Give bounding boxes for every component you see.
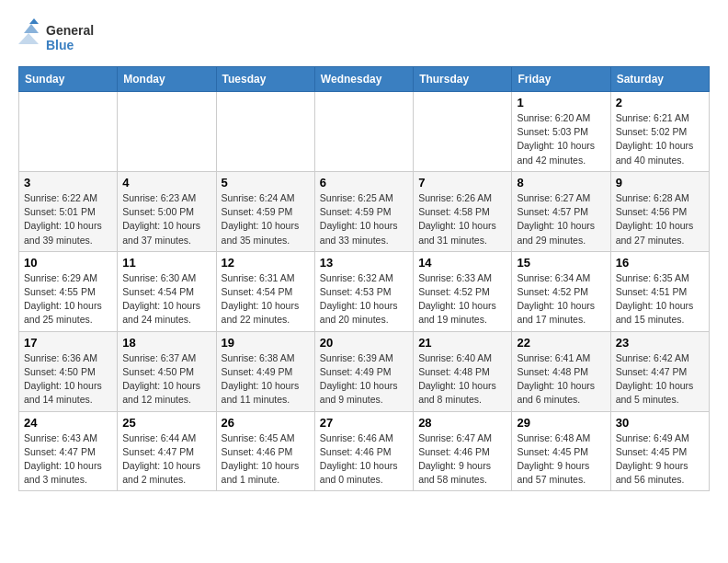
logo: General Blue bbox=[18, 18, 119, 57]
calendar-cell: 25Sunrise: 6:44 AM Sunset: 4:47 PM Dayli… bbox=[118, 411, 216, 491]
day-info: Sunrise: 6:43 AM Sunset: 4:47 PM Dayligh… bbox=[24, 431, 112, 488]
calendar-cell: 18Sunrise: 6:37 AM Sunset: 4:50 PM Dayli… bbox=[118, 331, 216, 411]
calendar-cell: 6Sunrise: 6:25 AM Sunset: 4:59 PM Daylig… bbox=[314, 171, 413, 251]
day-info: Sunrise: 6:34 AM Sunset: 4:52 PM Dayligh… bbox=[517, 271, 605, 327]
day-info: Sunrise: 6:37 AM Sunset: 4:50 PM Dayligh… bbox=[122, 351, 210, 408]
day-info: Sunrise: 6:29 AM Sunset: 4:55 PM Dayligh… bbox=[24, 271, 112, 327]
calendar-cell: 11Sunrise: 6:30 AM Sunset: 4:54 PM Dayli… bbox=[118, 251, 216, 331]
calendar-cell: 22Sunrise: 6:41 AM Sunset: 4:48 PM Dayli… bbox=[512, 331, 610, 411]
calendar-cell: 9Sunrise: 6:28 AM Sunset: 4:56 PM Daylig… bbox=[610, 171, 709, 251]
calendar-cell: 26Sunrise: 6:45 AM Sunset: 4:46 PM Dayli… bbox=[216, 411, 314, 491]
calendar-week-row: 3Sunrise: 6:22 AM Sunset: 5:01 PM Daylig… bbox=[19, 171, 710, 251]
calendar-cell: 3Sunrise: 6:22 AM Sunset: 5:01 PM Daylig… bbox=[19, 171, 118, 251]
day-number: 29 bbox=[517, 416, 605, 430]
day-number: 11 bbox=[122, 256, 210, 270]
day-number: 4 bbox=[122, 176, 210, 190]
day-info: Sunrise: 6:36 AM Sunset: 4:50 PM Dayligh… bbox=[24, 351, 112, 408]
day-info: Sunrise: 6:39 AM Sunset: 4:49 PM Dayligh… bbox=[320, 351, 408, 408]
day-info: Sunrise: 6:23 AM Sunset: 5:00 PM Dayligh… bbox=[122, 191, 210, 247]
day-info: Sunrise: 6:46 AM Sunset: 4:46 PM Dayligh… bbox=[320, 431, 408, 488]
day-number: 25 bbox=[122, 416, 210, 430]
day-number: 24 bbox=[24, 416, 112, 430]
calendar-cell: 10Sunrise: 6:29 AM Sunset: 4:55 PM Dayli… bbox=[19, 251, 118, 331]
logo-svg: General Blue bbox=[18, 18, 119, 57]
day-number: 13 bbox=[320, 256, 408, 270]
calendar-cell: 1Sunrise: 6:20 AM Sunset: 5:03 PM Daylig… bbox=[512, 92, 610, 172]
calendar-cell: 13Sunrise: 6:32 AM Sunset: 4:53 PM Dayli… bbox=[314, 251, 413, 331]
day-info: Sunrise: 6:45 AM Sunset: 4:46 PM Dayligh… bbox=[222, 431, 310, 488]
calendar-cell: 12Sunrise: 6:31 AM Sunset: 4:54 PM Dayli… bbox=[216, 251, 314, 331]
weekday-header: Thursday bbox=[414, 67, 512, 92]
day-info: Sunrise: 6:25 AM Sunset: 4:59 PM Dayligh… bbox=[320, 191, 408, 247]
day-number: 22 bbox=[517, 336, 605, 350]
day-number: 17 bbox=[24, 336, 112, 350]
calendar-cell bbox=[19, 92, 118, 172]
calendar-cell: 28Sunrise: 6:47 AM Sunset: 4:46 PM Dayli… bbox=[414, 411, 512, 491]
day-number: 19 bbox=[222, 336, 310, 350]
calendar-cell: 15Sunrise: 6:34 AM Sunset: 4:52 PM Dayli… bbox=[512, 251, 610, 331]
day-number: 10 bbox=[24, 256, 112, 270]
svg-marker-3 bbox=[24, 24, 39, 33]
weekday-header: Saturday bbox=[610, 67, 709, 92]
calendar-cell: 14Sunrise: 6:33 AM Sunset: 4:52 PM Dayli… bbox=[414, 251, 512, 331]
calendar-week-row: 1Sunrise: 6:20 AM Sunset: 5:03 PM Daylig… bbox=[19, 92, 710, 172]
calendar-cell bbox=[314, 92, 413, 172]
svg-text:Blue: Blue bbox=[46, 38, 74, 52]
calendar-cell: 4Sunrise: 6:23 AM Sunset: 5:00 PM Daylig… bbox=[118, 171, 216, 251]
day-info: Sunrise: 6:21 AM Sunset: 5:02 PM Dayligh… bbox=[616, 111, 704, 167]
day-info: Sunrise: 6:26 AM Sunset: 4:58 PM Dayligh… bbox=[418, 191, 506, 247]
calendar-cell bbox=[414, 92, 512, 172]
calendar-cell bbox=[216, 92, 314, 172]
calendar-cell: 5Sunrise: 6:24 AM Sunset: 4:59 PM Daylig… bbox=[216, 171, 314, 251]
day-number: 30 bbox=[616, 416, 704, 430]
calendar-cell: 7Sunrise: 6:26 AM Sunset: 4:58 PM Daylig… bbox=[414, 171, 512, 251]
day-info: Sunrise: 6:40 AM Sunset: 4:48 PM Dayligh… bbox=[418, 351, 506, 408]
day-number: 6 bbox=[320, 176, 408, 190]
day-number: 1 bbox=[517, 96, 605, 109]
calendar-week-row: 10Sunrise: 6:29 AM Sunset: 4:55 PM Dayli… bbox=[19, 251, 710, 331]
day-info: Sunrise: 6:38 AM Sunset: 4:49 PM Dayligh… bbox=[222, 351, 310, 408]
weekday-header-row: SundayMondayTuesdayWednesdayThursdayFrid… bbox=[19, 67, 710, 92]
calendar-cell: 23Sunrise: 6:42 AM Sunset: 4:47 PM Dayli… bbox=[610, 331, 709, 411]
header: General Blue bbox=[18, 18, 710, 57]
calendar-week-row: 24Sunrise: 6:43 AM Sunset: 4:47 PM Dayli… bbox=[19, 411, 710, 491]
day-number: 5 bbox=[222, 176, 310, 190]
day-info: Sunrise: 6:48 AM Sunset: 4:45 PM Dayligh… bbox=[517, 431, 605, 488]
svg-text:General: General bbox=[46, 23, 94, 38]
day-number: 2 bbox=[616, 96, 704, 109]
day-number: 3 bbox=[24, 176, 112, 190]
day-number: 7 bbox=[418, 176, 506, 190]
calendar-cell: 29Sunrise: 6:48 AM Sunset: 4:45 PM Dayli… bbox=[512, 411, 610, 491]
weekday-header: Sunday bbox=[19, 67, 118, 92]
weekday-header: Wednesday bbox=[314, 67, 413, 92]
weekday-header: Monday bbox=[118, 67, 216, 92]
day-number: 16 bbox=[616, 256, 704, 270]
calendar-cell: 21Sunrise: 6:40 AM Sunset: 4:48 PM Dayli… bbox=[414, 331, 512, 411]
calendar-cell: 2Sunrise: 6:21 AM Sunset: 5:02 PM Daylig… bbox=[610, 92, 709, 172]
calendar-week-row: 17Sunrise: 6:36 AM Sunset: 4:50 PM Dayli… bbox=[19, 331, 710, 411]
day-info: Sunrise: 6:24 AM Sunset: 4:59 PM Dayligh… bbox=[222, 191, 310, 247]
day-info: Sunrise: 6:47 AM Sunset: 4:46 PM Dayligh… bbox=[418, 431, 506, 488]
calendar-cell: 30Sunrise: 6:49 AM Sunset: 4:45 PM Dayli… bbox=[610, 411, 709, 491]
day-info: Sunrise: 6:42 AM Sunset: 4:47 PM Dayligh… bbox=[616, 351, 704, 408]
day-number: 28 bbox=[418, 416, 506, 430]
day-number: 12 bbox=[222, 256, 310, 270]
calendar-cell bbox=[118, 92, 216, 172]
day-number: 8 bbox=[517, 176, 605, 190]
calendar-table: SundayMondayTuesdayWednesdayThursdayFrid… bbox=[18, 66, 710, 491]
day-number: 18 bbox=[122, 336, 210, 350]
day-number: 20 bbox=[320, 336, 408, 350]
calendar-cell: 16Sunrise: 6:35 AM Sunset: 4:51 PM Dayli… bbox=[610, 251, 709, 331]
day-info: Sunrise: 6:49 AM Sunset: 4:45 PM Dayligh… bbox=[616, 431, 704, 488]
day-info: Sunrise: 6:35 AM Sunset: 4:51 PM Dayligh… bbox=[616, 271, 704, 327]
day-info: Sunrise: 6:31 AM Sunset: 4:54 PM Dayligh… bbox=[222, 271, 310, 327]
day-info: Sunrise: 6:32 AM Sunset: 4:53 PM Dayligh… bbox=[320, 271, 408, 327]
day-number: 27 bbox=[320, 416, 408, 430]
day-number: 26 bbox=[222, 416, 310, 430]
day-number: 14 bbox=[418, 256, 506, 270]
day-info: Sunrise: 6:20 AM Sunset: 5:03 PM Dayligh… bbox=[517, 111, 605, 167]
calendar-cell: 17Sunrise: 6:36 AM Sunset: 4:50 PM Dayli… bbox=[19, 331, 118, 411]
day-info: Sunrise: 6:22 AM Sunset: 5:01 PM Dayligh… bbox=[24, 191, 112, 247]
day-info: Sunrise: 6:27 AM Sunset: 4:57 PM Dayligh… bbox=[517, 191, 605, 247]
day-info: Sunrise: 6:44 AM Sunset: 4:47 PM Dayligh… bbox=[122, 431, 210, 488]
